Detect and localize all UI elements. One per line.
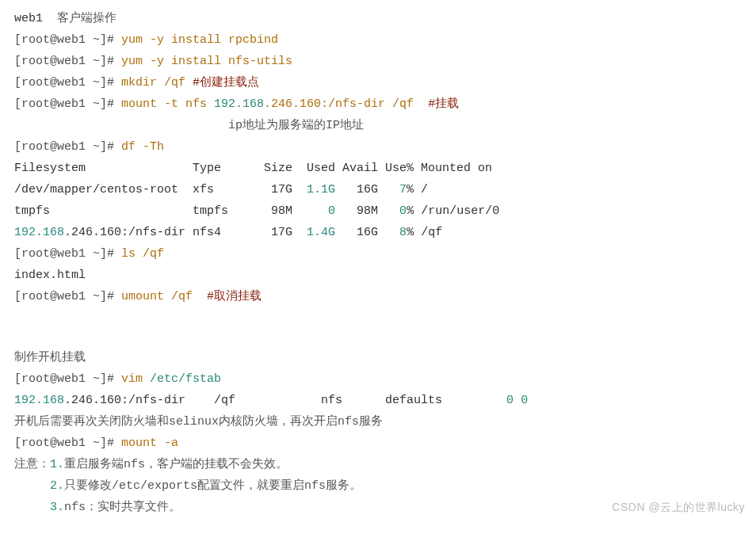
df-header: Filesystem Type Size Used Avail Use% Mou… bbox=[14, 158, 742, 179]
fstab-line: 192.168.246.160:/nfs-dir /qf nfs default… bbox=[14, 390, 742, 411]
num: 7 bbox=[399, 183, 407, 196]
prompt: [root@web1 ~]# bbox=[14, 372, 121, 386]
path: /etc/fstab bbox=[150, 372, 221, 386]
num: 1.4G bbox=[307, 226, 335, 239]
text: /dev/mapper/centos-root xfs 17G bbox=[14, 183, 307, 196]
text: % /qf bbox=[407, 226, 442, 239]
comment: #取消挂载 bbox=[207, 290, 262, 303]
text: 98M bbox=[335, 204, 399, 218]
prompt: [root@web1 ~]# bbox=[14, 76, 121, 90]
command: mount -a bbox=[121, 436, 178, 450]
text: % /run/user/0 bbox=[407, 204, 499, 218]
note-item: 注意：1.重启服务端nfs，客户端的挂载不会失效。 bbox=[14, 454, 742, 475]
text: .246.160:/nfs-dir /qf nfs defaults bbox=[64, 394, 506, 407]
path: /qf bbox=[143, 247, 164, 261]
text: 16G bbox=[335, 183, 399, 196]
section-header: 制作开机挂载 bbox=[14, 347, 742, 368]
prompt: [root@web1 ~]# bbox=[14, 290, 121, 303]
prompt: [root@web1 ~]# bbox=[14, 436, 121, 450]
text: .246.160:/nfs-dir nfs4 17G bbox=[64, 226, 307, 239]
num: 0 bbox=[399, 204, 407, 218]
command: umount /qf bbox=[121, 290, 207, 303]
spacer bbox=[14, 119, 228, 132]
command: mount -t nfs bbox=[121, 97, 214, 111]
line-cmd: [root@web1 ~]# mkdir /qf #创建挂载点 bbox=[14, 72, 742, 93]
text: web1 bbox=[14, 12, 43, 25]
note: ip地址为服务端的IP地址 bbox=[228, 119, 364, 132]
ip: 192.168 bbox=[14, 394, 64, 407]
spacer bbox=[14, 501, 50, 514]
prompt: [root@web1 ~]# bbox=[14, 247, 121, 261]
df-row: /dev/mapper/centos-root xfs 17G 1.1G 16G… bbox=[14, 179, 742, 200]
line-cmd: [root@web1 ~]# mount -a bbox=[14, 433, 742, 454]
line-cmd: [root@web1 ~]# mount -t nfs 192.168.246.… bbox=[14, 93, 742, 115]
text: % / bbox=[407, 183, 428, 196]
num: 2. bbox=[50, 479, 64, 493]
text: 客户端操作 bbox=[43, 12, 116, 25]
ip: 192.168 bbox=[14, 226, 64, 239]
num: 3. bbox=[50, 501, 64, 514]
line-cmd: [root@web1 ~]# ls /qf bbox=[14, 243, 742, 265]
line-cmd: [root@web1 ~]# vim /etc/fstab bbox=[14, 368, 742, 390]
command: yum -y install rpcbind bbox=[121, 33, 278, 47]
text: 重启服务端nfs，客户端的挂载不会失效。 bbox=[64, 458, 288, 471]
line-header: web1 客户端操作 bbox=[14, 8, 742, 29]
num: 0 bbox=[506, 394, 514, 407]
prompt: [root@web1 ~]# bbox=[14, 140, 121, 154]
prompt: [root@web1 ~]# bbox=[14, 97, 121, 111]
text bbox=[514, 394, 521, 407]
num: 1. bbox=[50, 458, 64, 471]
text: 16G bbox=[335, 226, 399, 239]
note-line: 开机后需要再次关闭防火墙和selinux内核防火墙，再次开启nfs服务 bbox=[14, 411, 742, 433]
line-cmd: [root@web1 ~]# umount /qf #取消挂载 bbox=[14, 286, 742, 307]
comment: #挂载 bbox=[428, 97, 459, 111]
text: nfs：实时共享文件。 bbox=[64, 501, 181, 514]
ip: 192.168 bbox=[214, 97, 264, 111]
prompt: [root@web1 ~]# bbox=[14, 55, 121, 68]
num: 1.1G bbox=[307, 183, 335, 196]
path: .246.160:/nfs-dir /qf bbox=[264, 97, 428, 111]
blank-gap bbox=[14, 307, 742, 347]
ls-output: index.html bbox=[14, 265, 742, 286]
line-cmd: [root@web1 ~]# yum -y install nfs-utils bbox=[14, 51, 742, 72]
num: 0 bbox=[521, 394, 528, 407]
command: df -Th bbox=[121, 140, 164, 154]
text: 只要修改/etc/exports配置文件，就要重启nfs服务。 bbox=[64, 479, 361, 493]
path: /qf bbox=[164, 76, 193, 90]
line-cmd: [root@web1 ~]# yum -y install rpcbind bbox=[14, 29, 742, 51]
command: vim bbox=[121, 372, 150, 386]
text: 注意： bbox=[14, 458, 50, 471]
num: 8 bbox=[399, 226, 407, 239]
line-cmd: [root@web1 ~]# df -Th bbox=[14, 136, 742, 158]
spacer bbox=[14, 479, 50, 493]
note-item: 2.只要修改/etc/exports配置文件，就要重启nfs服务。 bbox=[14, 475, 742, 497]
comment: #创建挂载点 bbox=[193, 76, 259, 90]
df-row: 192.168.246.160:/nfs-dir nfs4 17G 1.4G 1… bbox=[14, 222, 742, 243]
command: yum -y install nfs-utils bbox=[121, 55, 292, 68]
command: ls bbox=[121, 247, 143, 261]
watermark: CSDN @云上的世界lucky bbox=[612, 497, 745, 518]
command: mkdir bbox=[121, 76, 164, 90]
line-note: ip地址为服务端的IP地址 bbox=[14, 115, 742, 136]
df-row: tmpfs tmpfs 98M 0 98M 0% /run/user/0 bbox=[14, 200, 742, 222]
num: 0 bbox=[328, 204, 335, 218]
prompt: [root@web1 ~]# bbox=[14, 33, 121, 47]
text: tmpfs tmpfs 98M bbox=[14, 204, 328, 218]
